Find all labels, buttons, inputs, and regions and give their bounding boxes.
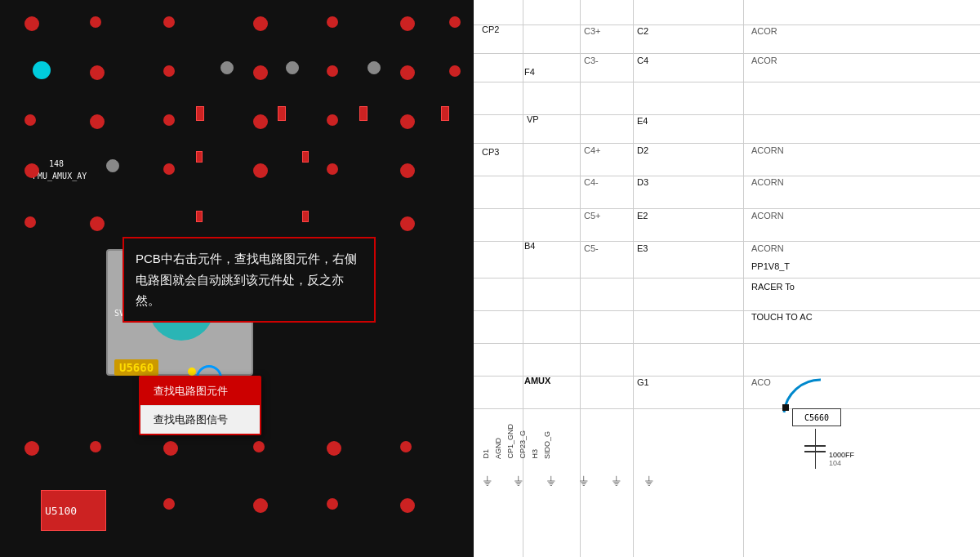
ground-symbol: ⏚ — [547, 473, 555, 488]
cap-extra: 104 — [829, 459, 841, 467]
sch-divider — [474, 278, 980, 278]
pcb-dot — [163, 65, 175, 77]
pin-c3minus: C3- — [584, 56, 599, 65]
vert-label-group: AGND — [494, 438, 502, 459]
ground-symbol: ⏚ — [580, 473, 588, 488]
touch-label: TOUCH TO AC — [751, 312, 813, 322]
pcb-dot — [400, 65, 415, 80]
schematic-pin — [782, 404, 789, 411]
sch-divider — [474, 343, 980, 344]
sch-divider — [474, 53, 980, 54]
pcb-component — [359, 106, 368, 121]
sch-divider — [474, 208, 980, 209]
pcb-dot — [90, 441, 101, 452]
net-e3: ACORN — [751, 243, 784, 253]
pcb-dot — [253, 114, 268, 129]
pp1v8-label: PP1V8_T — [751, 261, 790, 271]
ref-d3: D3 — [637, 177, 648, 187]
vert-label-group: H3 — [531, 449, 539, 459]
pcb-dot — [90, 114, 105, 129]
pcb-dot — [253, 65, 268, 80]
pin-c4plus: C4+ — [584, 145, 601, 155]
net-c4: ACOR — [751, 56, 777, 65]
pcb-component — [302, 211, 309, 222]
vp-label: VP — [527, 114, 539, 124]
vert-label-group: CP23_G — [519, 430, 527, 459]
net-e2: ACORN — [751, 211, 784, 221]
ground-symbol: ⏚ — [612, 473, 621, 488]
ref-d2: D2 — [637, 145, 648, 155]
pcb-dot — [253, 16, 268, 31]
pcb-dot — [449, 65, 461, 77]
ref-e3: E3 — [637, 243, 648, 253]
pcb-dot — [24, 441, 39, 456]
ref-e4: E4 — [637, 116, 648, 126]
pcb-dot — [327, 163, 338, 175]
pcb-dot — [90, 16, 101, 28]
net-d2: ACORN — [751, 145, 784, 155]
pmu-label: PMU_AMUX_AY — [33, 172, 87, 180]
pcb-panel: 148 PMU_AMUX_AY SVD_AOP_TO_MANY_SW — [0, 0, 474, 557]
sch-divider — [474, 310, 980, 311]
pcb-dot — [253, 498, 268, 513]
pcb-dot — [253, 163, 268, 178]
sch-divider-v — [523, 0, 523, 557]
ref-e2: E2 — [637, 211, 648, 221]
context-menu-item-schematic[interactable]: 查找电路图元件 — [140, 377, 260, 406]
pcb-component — [196, 211, 203, 222]
sch-divider-v — [743, 0, 744, 557]
bottom-labels-area: D1 AGND CP1_GND CP23_G H3 SIDO_G — [482, 424, 551, 459]
pcb-dot — [400, 114, 415, 129]
pin-c4minus: C4- — [584, 177, 599, 187]
pcb-dot — [327, 65, 338, 77]
ref-c2: C2 — [637, 26, 648, 36]
blue-arc-svg — [751, 351, 833, 417]
vert-label-cp1: CP1_GND — [506, 424, 514, 459]
pcb-component — [441, 106, 449, 121]
pcb-dot — [327, 498, 338, 510]
ref-g1: G1 — [637, 377, 649, 387]
pcb-dot — [400, 498, 415, 513]
pcb-component — [196, 106, 204, 121]
schematic-panel: CP2 F4 CP3 VP B4 AMUX C3+ C2 ACOR C3- C4… — [474, 0, 980, 557]
sch-divider — [474, 143, 980, 144]
pin-c5plus: C5+ — [584, 211, 601, 221]
pcb-dot — [253, 441, 265, 452]
amux-label: AMUX — [524, 376, 550, 385]
vert-label-agnd: AGND — [494, 438, 502, 459]
sch-divider — [474, 82, 980, 82]
c5660-component: C5660 — [792, 408, 841, 426]
pmu-amux-label: 148 — [49, 159, 64, 168]
pcb-dot — [163, 163, 175, 175]
pcb-component — [278, 106, 286, 121]
vert-label-d1: D1 — [482, 449, 490, 459]
pcb-component — [302, 151, 309, 163]
pcb-dot — [24, 16, 39, 31]
cap-value: 1000FF — [829, 451, 854, 459]
pcb-dot — [163, 16, 175, 28]
sch-divider-v — [633, 0, 634, 557]
vert-label-group: D1 — [482, 449, 490, 459]
net-d3: ACORN — [751, 177, 784, 187]
pcb-dot — [163, 114, 175, 126]
ic-component-label: U5660 — [114, 359, 158, 376]
ic-label-2: U5100 — [45, 505, 77, 517]
context-menu[interactable]: 查找电路图元件 查找电路图信号 — [139, 376, 261, 435]
cap-line-2 — [815, 452, 816, 469]
pcb-dot — [327, 16, 338, 28]
main-container: 148 PMU_AMUX_AY SVD_AOP_TO_MANY_SW — [0, 0, 980, 557]
vert-label-group: CP1_GND — [506, 424, 514, 459]
pcb-dot — [327, 114, 338, 126]
pcb-indicator — [188, 368, 196, 376]
pcb-dot — [163, 441, 178, 456]
pin-c5minus: C5- — [584, 243, 599, 253]
pcb-dot — [449, 16, 461, 28]
context-menu-item-signal[interactable]: 查找电路图信号 — [140, 406, 260, 434]
cap-plate-1 — [804, 445, 826, 447]
ground-symbol: ⏚ — [483, 473, 492, 488]
pcb-dot — [400, 441, 412, 452]
pcb-dot — [24, 216, 36, 228]
ref-c4: C4 — [637, 56, 648, 65]
sch-divider — [474, 408, 980, 409]
pcb-dot — [400, 16, 415, 31]
